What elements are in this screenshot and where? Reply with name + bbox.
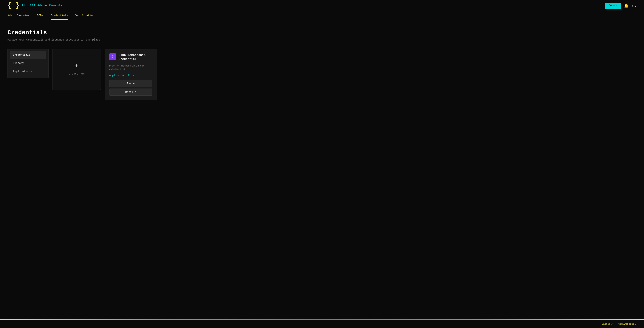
application-url-external-icon: ↗ (132, 74, 134, 77)
tab-verification[interactable]: Verification (76, 12, 94, 20)
tab-credentials[interactable]: Credentials (50, 12, 68, 20)
main-content: Credentials Manage your Credentials and … (0, 20, 644, 319)
github-external-icon: ↗ (611, 322, 613, 326)
logo-braces: { } (8, 2, 20, 9)
details-button[interactable]: Details (109, 88, 152, 96)
tbd-website-external-icon: ↗ (635, 322, 636, 326)
credential-title: Club Membership Credential (118, 54, 152, 61)
docs-button[interactable]: Docs ↗ (605, 2, 621, 8)
nav-tabs: Admin Overview DIDs Credentials Verifica… (8, 12, 636, 20)
header: { } tbd SSI Admin Console Docs ↗ 🔔 + ∨ (0, 0, 644, 12)
notifications-button[interactable]: 🔔 (624, 3, 629, 8)
external-link-icon: ↗ (616, 4, 617, 7)
tab-dids[interactable]: DIDs (37, 12, 43, 20)
footer-links: Github ↗ tbd.website ↗ (0, 320, 644, 328)
logo-prefix: tbd (22, 4, 30, 7)
tbd-website-label: tbd.website (618, 322, 634, 326)
github-link[interactable]: Github ↗ (602, 322, 613, 326)
nav-bar: Admin Overview DIDs Credentials Verifica… (0, 12, 644, 20)
github-label: Github (602, 322, 610, 326)
page-title: Credentials (8, 29, 636, 36)
bell-icon: 🔔 (624, 4, 629, 8)
credential-avatar: C (109, 54, 116, 60)
logo-suffix: SSI Admin Console (30, 4, 62, 7)
docs-button-label: Docs (608, 4, 615, 7)
logo-icon: { } (8, 2, 20, 9)
issue-button[interactable]: Issue (109, 80, 152, 87)
credential-description: Proof of membership in our awesome club (109, 64, 152, 71)
tbd-website-link[interactable]: tbd.website ↗ (618, 322, 636, 326)
application-url-link[interactable]: Application URL ↗ (109, 74, 152, 77)
application-url-label: Application URL (109, 74, 131, 77)
header-right: Docs ↗ 🔔 + ∨ (605, 2, 636, 8)
sidebar-card: Credentials History Applications (8, 49, 48, 78)
logo-text: tbd SSI Admin Console (22, 4, 62, 7)
sidebar-item-history[interactable]: History (10, 60, 46, 67)
credential-card: C Club Membership Credential Proof of me… (104, 49, 157, 100)
cards-container: Credentials History Applications + Creat… (8, 49, 636, 100)
card-buttons: Issue Details (109, 80, 152, 96)
header-left: { } tbd SSI Admin Console (8, 2, 62, 9)
sidebar-item-applications[interactable]: Applications (10, 68, 46, 75)
footer: Github ↗ tbd.website ↗ (0, 319, 644, 328)
sidebar-item-credentials[interactable]: Credentials (10, 51, 46, 59)
credential-header: C Club Membership Credential (109, 54, 152, 61)
plus-menu-button[interactable]: + ∨ (632, 4, 636, 8)
tab-admin-overview[interactable]: Admin Overview (8, 12, 30, 20)
create-new-card[interactable]: + Create new (52, 49, 101, 90)
create-new-label: Create new (69, 72, 84, 75)
plus-icon: + (75, 63, 78, 69)
page-subtitle: Manage your Credentials and issuance pro… (8, 38, 636, 41)
plus-menu-label: + ∨ (632, 4, 636, 8)
